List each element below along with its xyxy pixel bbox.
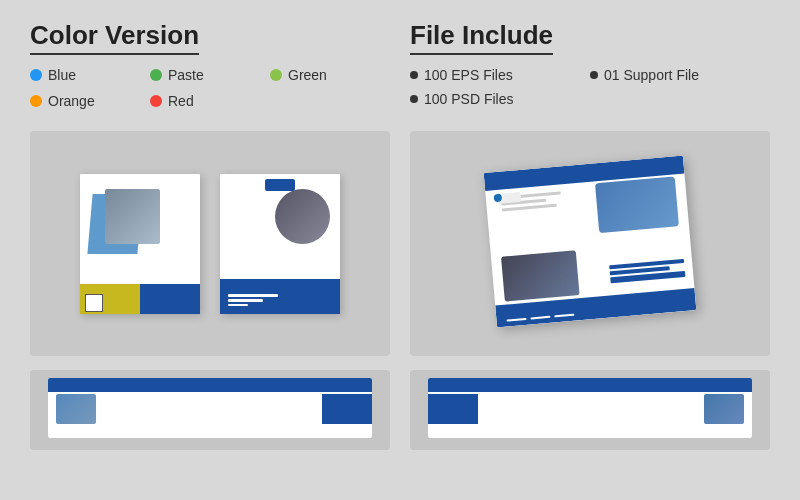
color-orange-label: Orange <box>48 93 95 109</box>
text-line-3 <box>228 304 248 306</box>
color-green-label: Green <box>288 67 327 83</box>
color-version-section: Color Version Blue Paste Green Orange <box>30 20 390 113</box>
bottom-mockup-2 <box>428 378 752 438</box>
file-item-psd: 100 PSD Files <box>410 91 590 107</box>
color-paste: Paste <box>150 67 270 83</box>
city-image-placeholder <box>105 189 160 244</box>
brochure-mockup-1 <box>80 164 340 324</box>
preview-card-2[interactable] <box>410 131 770 356</box>
color-list: Blue Paste Green Orange Red <box>30 67 390 113</box>
brochure-left-page <box>80 174 200 314</box>
preview-card-4[interactable] <box>410 370 770 450</box>
qr-code <box>85 294 103 312</box>
angled-image-bottom-left <box>501 250 580 301</box>
page-container: Color Version Blue Paste Green Orange <box>0 0 800 500</box>
orange-dot <box>30 95 42 107</box>
file-psd-label: 100 PSD Files <box>424 91 513 107</box>
angled-brochure <box>484 155 697 327</box>
color-blue-label: Blue <box>48 67 76 83</box>
file-eps-label: 100 EPS Files <box>424 67 513 83</box>
text-lines <box>228 294 278 306</box>
blue-bottom-bar <box>140 284 200 314</box>
logo-dot <box>494 193 503 202</box>
logo-placeholder <box>265 179 295 191</box>
color-version-title: Color Version <box>30 20 199 55</box>
color-red: Red <box>150 93 270 109</box>
bms-blue-top-2 <box>428 378 752 392</box>
color-green: Green <box>270 67 390 83</box>
brochure-mockup-2 <box>470 159 710 329</box>
file-list: 100 EPS Files 01 Support File 100 PSD Fi… <box>410 67 770 111</box>
file-include-section: File Include 100 EPS Files 01 Support Fi… <box>410 20 770 113</box>
brochure-right-page <box>220 174 340 314</box>
file-include-title: File Include <box>410 20 553 55</box>
bms-image-1 <box>56 394 96 424</box>
file-item-support: 01 Support File <box>590 67 770 83</box>
circle-image <box>275 189 330 244</box>
bullet-dot-3 <box>410 95 418 103</box>
bms-image-2 <box>704 394 744 424</box>
preview-card-3[interactable] <box>30 370 390 450</box>
green-dot <box>270 69 282 81</box>
previews-row-2 <box>30 370 770 450</box>
color-orange: Orange <box>30 93 150 109</box>
file-support-label: 01 Support File <box>604 67 699 83</box>
bottom-mockup-1 <box>48 378 372 438</box>
angled-image-right <box>595 176 679 233</box>
bullet-dot-1 <box>410 71 418 79</box>
paste-dot <box>150 69 162 81</box>
bms-right-bar-1 <box>322 394 372 424</box>
red-dot <box>150 95 162 107</box>
headline-block <box>609 252 686 288</box>
preview-card-1[interactable] <box>30 131 390 356</box>
text-line-2 <box>228 299 263 302</box>
top-section: Color Version Blue Paste Green Orange <box>30 20 770 113</box>
blue-dot <box>30 69 42 81</box>
color-paste-label: Paste <box>168 67 204 83</box>
bullet-dot-2 <box>590 71 598 79</box>
bms-left-bar-2 <box>428 394 478 424</box>
color-red-label: Red <box>168 93 194 109</box>
color-blue: Blue <box>30 67 150 83</box>
bms-blue-top-1 <box>48 378 372 392</box>
file-item-eps: 100 EPS Files <box>410 67 590 83</box>
previews-row-1 <box>30 131 770 356</box>
text-line-1 <box>228 294 278 297</box>
